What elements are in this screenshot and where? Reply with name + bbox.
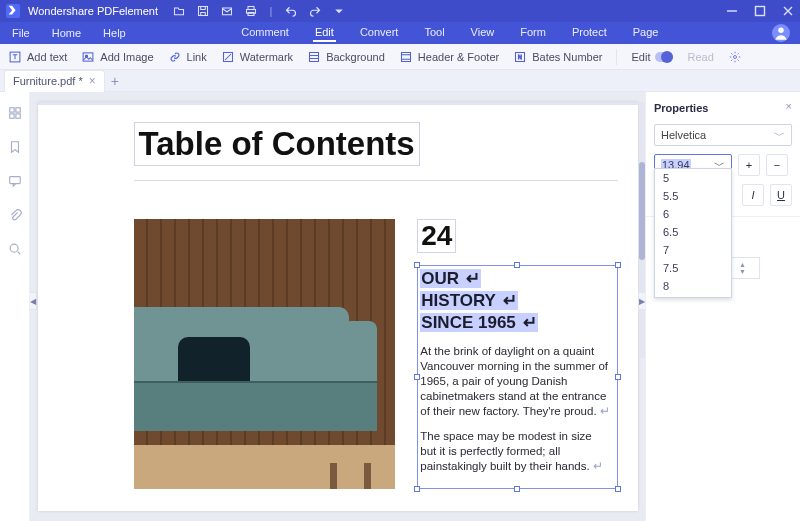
menu-home[interactable]: Home: [50, 25, 83, 41]
menu-view[interactable]: View: [469, 24, 497, 42]
svg-rect-0: [199, 7, 208, 16]
page-viewport[interactable]: ◀ Table of Contents 24: [30, 92, 645, 521]
stepper-up-icon[interactable]: ▲: [739, 261, 746, 268]
menu-tool[interactable]: Tool: [422, 24, 446, 42]
add-tab-button[interactable]: +: [111, 73, 119, 89]
menu-help[interactable]: Help: [101, 25, 128, 41]
size-option[interactable]: 5.5: [655, 187, 731, 205]
minimize-icon[interactable]: [726, 5, 738, 17]
settings-gear-icon[interactable]: [728, 50, 742, 64]
pdf-page: Table of Contents 24 OUR ↵: [38, 102, 638, 511]
page-top-band: [38, 102, 638, 105]
panel-close-icon[interactable]: ×: [786, 100, 792, 112]
quick-access-toolbar: |: [172, 4, 346, 18]
edit-toolbar: Add text Add Image Link Watermark Backgr…: [0, 44, 800, 70]
size-option[interactable]: 7.5: [655, 259, 731, 277]
background-button[interactable]: Background: [307, 50, 385, 64]
menu-comment[interactable]: Comment: [239, 24, 291, 42]
user-avatar[interactable]: [772, 24, 790, 42]
edit-mode-toggle[interactable]: Edit: [631, 51, 673, 63]
tabstrip: Furniture.pdf * × +: [0, 70, 800, 92]
properties-panel: × Properties Helvetica ﹀ 13.94 ﹀ + − 5 5…: [645, 92, 800, 521]
svg-line-23: [731, 53, 732, 54]
svg-line-25: [731, 59, 732, 60]
font-family-value: Helvetica: [661, 129, 706, 141]
svg-rect-9: [83, 52, 93, 60]
paragraph-1[interactable]: At the brink of daylight on a quaint Van…: [420, 344, 610, 419]
header-footer-button[interactable]: Header & Footer: [399, 50, 499, 64]
bates-number-button[interactable]: NBates Number: [513, 50, 602, 64]
main-area: ◀ Table of Contents 24: [0, 92, 800, 521]
add-text-button[interactable]: Add text: [8, 50, 67, 64]
print-icon[interactable]: [244, 4, 258, 18]
font-family-select[interactable]: Helvetica ﹀: [654, 124, 792, 146]
size-option[interactable]: 7: [655, 241, 731, 259]
page-number[interactable]: 24: [417, 219, 456, 253]
svg-point-32: [10, 244, 18, 252]
size-option[interactable]: 6.5: [655, 223, 731, 241]
properties-title: Properties: [654, 102, 792, 114]
link-button[interactable]: Link: [168, 50, 207, 64]
search-icon[interactable]: [8, 242, 22, 258]
size-option[interactable]: 5: [655, 169, 731, 187]
image-icon: [81, 50, 95, 64]
stepper-down-icon[interactable]: ▼: [739, 268, 746, 275]
increase-size-button[interactable]: +: [738, 154, 760, 176]
close-icon[interactable]: [782, 5, 794, 17]
svg-rect-31: [9, 177, 20, 184]
undo-icon[interactable]: [284, 4, 298, 18]
open-icon[interactable]: [172, 4, 186, 18]
svg-rect-30: [15, 114, 19, 118]
article-photo[interactable]: [134, 219, 396, 489]
add-image-button[interactable]: Add Image: [81, 50, 153, 64]
menu-convert[interactable]: Convert: [358, 24, 401, 42]
menu-edit[interactable]: Edit: [313, 24, 336, 42]
text-icon: [8, 50, 22, 64]
titlebar: Wondershare PDFelement |: [0, 0, 800, 22]
qat-separator: |: [268, 4, 274, 18]
comments-icon[interactable]: [8, 174, 22, 190]
svg-text:N: N: [518, 54, 522, 60]
size-option[interactable]: 8: [655, 277, 731, 295]
menu-protect[interactable]: Protect: [570, 24, 609, 42]
redo-icon[interactable]: [308, 4, 322, 18]
app-name: Wondershare PDFelement: [28, 5, 158, 17]
size-option[interactable]: 6: [655, 205, 731, 223]
thumbnails-icon[interactable]: [8, 106, 22, 122]
svg-rect-13: [401, 52, 410, 61]
page-title[interactable]: Table of Contents: [134, 122, 420, 166]
mail-icon[interactable]: [220, 4, 234, 18]
read-mode-toggle[interactable]: Read: [687, 51, 713, 63]
headline[interactable]: OUR ↵ HISTORY ↵ SINCE 1965 ↵: [420, 268, 610, 334]
paragraph-2[interactable]: The space may be modest in size but it i…: [420, 429, 610, 474]
menu-form[interactable]: Form: [518, 24, 548, 42]
svg-point-7: [778, 27, 783, 32]
left-sidebar: [0, 92, 30, 521]
save-icon[interactable]: [196, 4, 210, 18]
document-tab[interactable]: Furniture.pdf * ×: [4, 70, 105, 92]
attachments-icon[interactable]: [8, 208, 22, 224]
svg-rect-28: [15, 108, 19, 112]
maximize-icon[interactable]: [754, 5, 766, 17]
watermark-button[interactable]: Watermark: [221, 50, 293, 64]
tab-close-icon[interactable]: ×: [89, 74, 96, 88]
font-size-dropdown[interactable]: 5 5.5 6 6.5 7 7.5 8 9 10 10.5: [654, 168, 732, 298]
window-controls: [726, 5, 794, 17]
bookmark-icon[interactable]: [8, 140, 22, 156]
tab-title: Furniture.pdf *: [13, 75, 83, 87]
size-option[interactable]: 9: [655, 295, 731, 298]
article-column: 24 OUR ↵ HISTORY ↵ SINCE 1965 ↵ At the b…: [417, 219, 617, 489]
svg-rect-4: [248, 13, 254, 16]
collapse-left-icon[interactable]: ◀: [30, 292, 37, 310]
menu-page[interactable]: Page: [631, 24, 661, 42]
link-icon: [168, 50, 182, 64]
italic-button[interactable]: I: [742, 184, 764, 206]
text-edit-frame[interactable]: OUR ↵ HISTORY ↵ SINCE 1965 ↵ At the brin…: [417, 265, 617, 489]
qat-more-icon[interactable]: [332, 4, 346, 18]
menu-file[interactable]: File: [10, 25, 32, 41]
collapse-right-icon[interactable]: ▶: [638, 292, 645, 310]
background-icon: [307, 50, 321, 64]
decrease-size-button[interactable]: −: [766, 154, 788, 176]
menubar: File Home Help Comment Edit Convert Tool…: [0, 22, 800, 44]
underline-button[interactable]: U: [770, 184, 792, 206]
